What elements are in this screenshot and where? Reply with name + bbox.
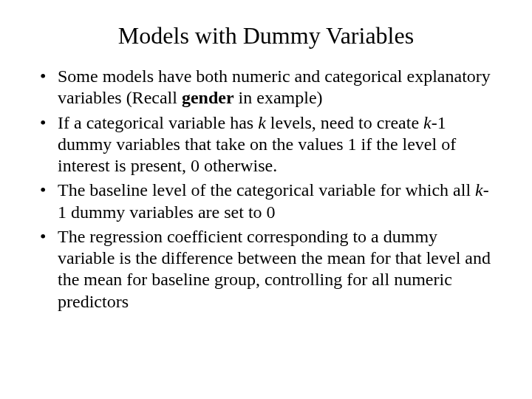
text-run-italic: k [475, 180, 483, 200]
list-item: The baseline level of the categorical va… [35, 180, 494, 223]
text-run: The regression coefficient corresponding… [58, 227, 491, 311]
list-item: The regression coefficient corresponding… [35, 226, 494, 313]
page-title: Models with Dummy Variables [33, 22, 499, 50]
text-run: in example) [234, 88, 323, 107]
slide: Models with Dummy Variables Some models … [0, 0, 532, 399]
list-item: If a categorical variable has k levels, … [35, 112, 494, 177]
text-run-italic: k [423, 113, 432, 132]
text-run-italic: k [258, 113, 266, 132]
text-run: levels, need to create [266, 113, 423, 132]
bullet-list: Some models have both numeric and catego… [33, 66, 499, 313]
text-run-bold: gender [182, 88, 234, 107]
text-run: If a categorical variable has [58, 113, 258, 132]
list-item: Some models have both numeric and catego… [35, 66, 494, 109]
text-run: The baseline level of the categorical va… [58, 180, 475, 200]
